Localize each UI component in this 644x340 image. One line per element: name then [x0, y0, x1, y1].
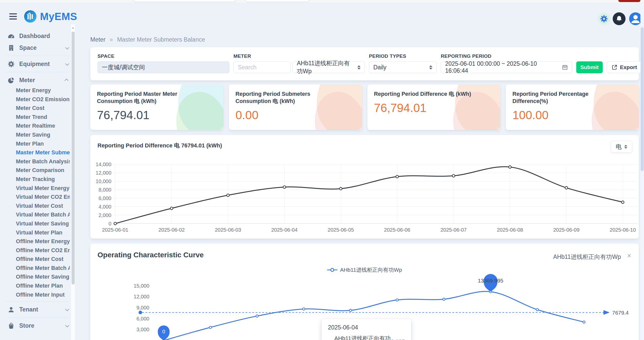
x-tick-label: 2025-06-08	[497, 227, 523, 233]
x-tick-label: 2025-06-03	[215, 227, 241, 233]
sidebar-item-space[interactable]: Space	[0, 42, 75, 54]
export-label: Export	[620, 64, 637, 70]
unit-selected-value: 电	[616, 143, 622, 151]
main-content: Meter » Master Meter Submeters Balance S…	[87, 24, 644, 340]
sidebar-item-offline-meter-input[interactable]: Offline Meter Input	[0, 290, 70, 299]
sidebar-item-meter-plan[interactable]: Meter Plan	[0, 139, 70, 148]
y-tick-label: 8,000	[99, 187, 111, 193]
sidebar-scrollbar[interactable]: ▲	[71, 24, 75, 340]
sidebar-item-equipment[interactable]: Equipment	[0, 58, 75, 70]
settings-gear-icon[interactable]	[599, 14, 609, 24]
data-point	[339, 187, 342, 190]
sidebar-item-label: Equipment	[19, 61, 61, 68]
min-value-label: 0	[162, 329, 165, 334]
scroll-up-arrow-icon[interactable]: ▲	[71, 26, 75, 30]
sidebar-item-store[interactable]: Store	[0, 320, 75, 332]
sidebar-item-dashboard[interactable]: Dashboard	[0, 30, 75, 42]
sidebar-item-meter-realtime[interactable]: Meter Realtime	[0, 121, 70, 130]
y-tick-label: 15,000	[134, 283, 149, 289]
close-icon[interactable]: ×	[627, 252, 631, 260]
tooltip-series-name: AHb11进线柜正向有功Wp	[334, 335, 391, 340]
sidebar-item-tenant[interactable]: Tenant	[0, 304, 75, 315]
difference-line-chart[interactable]: 02,0004,0006,0008,00010,00012,00014,0002…	[90, 159, 639, 237]
sidebar-item-meter-tracking[interactable]: Meter Tracking	[0, 175, 70, 184]
hamburger-menu-icon[interactable]	[9, 13, 17, 20]
sidebar-item-meter[interactable]: Meter	[0, 74, 75, 86]
sidebar-item-virtual-meter-batch-analysis[interactable]: Virtual Meter Batch Analysis	[0, 210, 70, 219]
sidebar-item-virtual-meter-energy[interactable]: Virtual Meter Energy	[0, 184, 70, 193]
notifications-bell-icon[interactable]	[613, 12, 626, 25]
sidebar-item-offline-meter-energy[interactable]: Offline Meter Energy	[0, 237, 70, 246]
stat-card-3: Reporting Period Percentage Difference(%…	[506, 84, 639, 130]
sidebar-item-virtual-meter-co2-emissions[interactable]: Virtual Meter CO2 Emissions	[0, 193, 70, 202]
sidebar-item-offline-meter-saving[interactable]: Offline Meter Saving	[0, 272, 70, 281]
sidebar-item-meter-co2-emissions[interactable]: Meter CO2 Emissions	[0, 95, 70, 104]
sidebar-item-meter-saving[interactable]: Meter Saving	[0, 130, 70, 139]
stat-card-value: 76,794.01	[97, 108, 217, 122]
sidebar-item-virtual-meter-cost[interactable]: Virtual Meter Cost	[0, 202, 70, 211]
x-tick-label: 2025-06-05	[328, 227, 354, 233]
filter-panel: SPACE 一度城/调试空间 METER Search AHb11进线柜正向有功…	[90, 47, 639, 80]
x-tick-label: 2025-06-09	[553, 227, 579, 233]
user-avatar[interactable]	[629, 12, 642, 25]
data-point	[509, 166, 511, 168]
sidebar-item-offline-meter-cost[interactable]: Offline Meter Cost	[0, 255, 70, 264]
sidebar-item-offline-meter-plan[interactable]: Offline Meter Plan	[0, 281, 70, 290]
selected-series-name: AHb11进线柜正向有功Wp	[553, 253, 621, 261]
meter-select[interactable]: AHb11进线柜正向有功Wp	[292, 61, 365, 73]
data-point	[170, 207, 173, 210]
x-tick-label: 2025-06-07	[441, 227, 467, 233]
sidebar-divider	[6, 72, 69, 72]
myems-app: MyEMS	[0, 3, 644, 340]
building-icon	[8, 44, 15, 51]
sidebar-item-virtual-meter-plan[interactable]: Virtual Meter Plan	[0, 228, 70, 237]
brand[interactable]: MyEMS	[24, 10, 77, 23]
breadcrumb-parent[interactable]: Meter	[90, 36, 105, 43]
x-tick-label: 2025-06-04	[271, 227, 297, 233]
energy-unit-select[interactable]: 电	[611, 141, 632, 153]
calendar-icon	[562, 64, 568, 70]
sidebar-item-master-meter-submeters-balance[interactable]: Master Meter Submeters Balance	[0, 148, 70, 157]
data-point	[283, 186, 286, 188]
sidebar-item-meter-trend[interactable]: Meter Trend	[0, 113, 70, 122]
stat-card-2: Reporting Period Difference 电 (kWh)76,79…	[367, 84, 501, 130]
data-point	[227, 194, 229, 196]
data-point	[256, 315, 258, 317]
y-tick-label: 4,000	[99, 204, 111, 210]
sidebar-item-meter-cost[interactable]: Meter Cost	[0, 104, 70, 113]
export-button[interactable]: Export	[607, 61, 642, 73]
chart-legend[interactable]: AHb11进线柜正向有功Wp	[90, 266, 639, 273]
sidebar-item-label: Meter	[19, 77, 61, 84]
stat-card-title: Reporting Period Master Meter Consumptio…	[97, 91, 205, 105]
meter-label: METER	[233, 53, 365, 59]
sidebar-item-offline-meter-batch-analysis[interactable]: Offline Meter Batch Analysis	[0, 264, 70, 273]
export-icon	[612, 64, 617, 70]
period-selected-value: Daily	[373, 64, 386, 71]
browser-field-artifact	[133, 0, 236, 2]
sidebar-item-meter-batch-analysis[interactable]: Meter Batch Analysis	[0, 157, 70, 166]
y-tick-label: 14,000	[96, 162, 111, 167]
chevron-down-icon	[65, 323, 69, 327]
data-point	[565, 186, 568, 189]
sidebar-item-meter-energy[interactable]: Meter Energy	[0, 86, 70, 95]
page-scrollbar-thumb[interactable]	[641, 27, 644, 171]
period-type-select[interactable]: Daily	[369, 61, 437, 73]
meter-search-input[interactable]: Search	[233, 61, 290, 73]
page-scrollbar[interactable]	[640, 3, 644, 340]
sidebar-item-virtual-meter-saving[interactable]: Virtual Meter Saving	[0, 219, 70, 228]
data-point	[349, 309, 352, 311]
reporting-period-input[interactable]: 2025-06-01 00:00:00 ~ 2025-06-10 16:06:4…	[441, 61, 572, 73]
space-input[interactable]: 一度城/调试空间	[97, 61, 229, 73]
data-point	[114, 222, 116, 225]
submit-button[interactable]: Submit	[576, 61, 603, 73]
sidebar-item-label: Space	[19, 44, 61, 51]
sidebar-item-meter-comparison[interactable]: Meter Comparison	[0, 166, 70, 175]
select-arrows-icon	[624, 145, 627, 149]
person-icon	[8, 306, 15, 313]
sidebar-item-offline-meter-co2-emissions[interactable]: Offline Meter CO2 Emissions	[0, 246, 70, 255]
legend-label: AHb11进线柜正向有功Wp	[340, 266, 402, 273]
sidebar-divider	[6, 56, 69, 56]
sidebar-scrollbar-thumb[interactable]	[72, 32, 75, 285]
meter-submenu: Meter EnergyMeter CO2 EmissionsMeter Cos…	[0, 86, 75, 299]
brand-name: MyEMS	[40, 11, 77, 22]
